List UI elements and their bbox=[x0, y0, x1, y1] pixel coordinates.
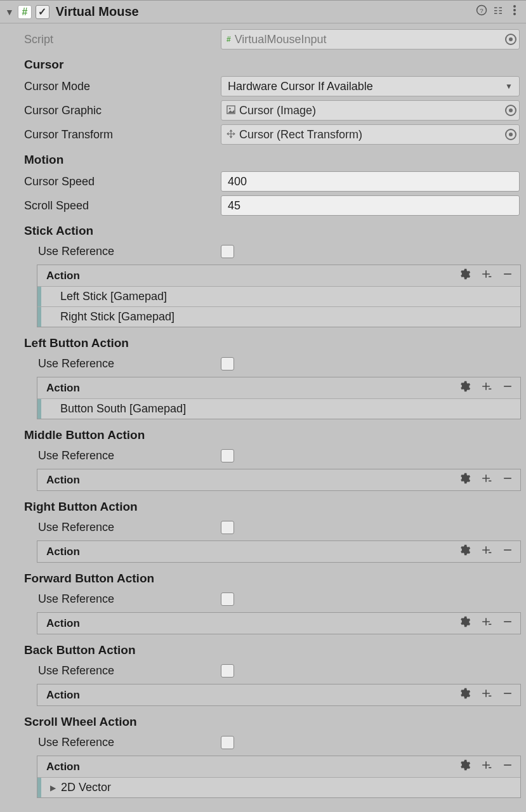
scrollWheel-binding-text-0: 2D Vector bbox=[56, 781, 111, 794]
gear-icon[interactable] bbox=[456, 544, 473, 560]
stick-binding-text-0: Left Stick [Gamepad] bbox=[41, 290, 167, 303]
expand-arrow-icon: ▶ bbox=[41, 783, 56, 792]
leftButton-use-reference-label: Use Reference bbox=[38, 357, 221, 370]
stick-action-label: Action bbox=[46, 270, 452, 282]
cursor-graphic-row: Cursor Graphic Cursor (Image) bbox=[0, 98, 526, 122]
add-icon[interactable] bbox=[477, 472, 495, 488]
add-icon[interactable] bbox=[477, 615, 495, 631]
middleButton-use-reference-row: Use Reference bbox=[0, 445, 526, 466]
add-icon[interactable] bbox=[477, 759, 495, 775]
cursor-graphic-label: Cursor Graphic bbox=[24, 104, 221, 117]
gear-icon[interactable] bbox=[456, 759, 473, 775]
remove-icon[interactable] bbox=[499, 268, 516, 284]
backButton-use-reference-label: Use Reference bbox=[38, 664, 221, 678]
leftButton-binding-row-0[interactable]: Button South [Gamepad] bbox=[37, 398, 520, 419]
backButton-action-header: Action bbox=[37, 684, 520, 705]
svg-rect-7 bbox=[504, 273, 511, 275]
scrollWheel-binding-list: ▶2D Vector bbox=[37, 777, 520, 797]
image-icon bbox=[227, 105, 235, 116]
scrollWheel-action-title: Scroll Wheel Action bbox=[0, 709, 526, 731]
gear-icon[interactable] bbox=[456, 268, 473, 284]
cursor-graphic-value: Cursor (Image) bbox=[239, 104, 501, 117]
cursor-mode-row: Cursor Mode Hardware Cursor If Available… bbox=[0, 74, 526, 98]
gear-icon[interactable] bbox=[456, 380, 473, 396]
cursor-transform-field[interactable]: Cursor (Rect Transform) bbox=[221, 124, 520, 145]
cursor-mode-label: Cursor Mode bbox=[24, 80, 221, 93]
cursor-speed-input[interactable]: 400 bbox=[221, 171, 520, 192]
stick-binding-row-1[interactable]: Right Stick [Gamepad] bbox=[37, 306, 520, 327]
stick-binding-text-1: Right Stick [Gamepad] bbox=[41, 310, 174, 324]
stick-action-block: ActionLeft Stick [Gamepad]Right Stick [G… bbox=[37, 265, 521, 327]
leftButton-action-label: Action bbox=[46, 382, 452, 395]
cursor-transform-picker-button[interactable] bbox=[505, 129, 516, 140]
help-icon[interactable]: ? bbox=[475, 4, 488, 19]
component-header: ▼ # ✓ Virtual Mouse ? bbox=[0, 1, 526, 23]
scrollWheel-use-reference-label: Use Reference bbox=[38, 736, 221, 749]
cursor-speed-label: Cursor Speed bbox=[24, 175, 221, 188]
remove-icon[interactable] bbox=[499, 544, 516, 560]
gear-icon[interactable] bbox=[456, 687, 473, 703]
leftButton-binding-text-0: Button South [Gamepad] bbox=[41, 402, 186, 416]
cursor-transform-value: Cursor (Rect Transform) bbox=[239, 128, 501, 141]
script-row: Script # VirtualMouseInput bbox=[0, 27, 526, 51]
presets-icon[interactable] bbox=[492, 4, 504, 19]
rightButton-action-label: Action bbox=[46, 546, 452, 558]
add-icon[interactable] bbox=[477, 268, 495, 284]
add-icon[interactable] bbox=[477, 380, 495, 396]
scroll-speed-value: 45 bbox=[228, 199, 240, 213]
backButton-use-reference-row: Use Reference bbox=[0, 660, 526, 681]
cursor-section-title: Cursor bbox=[0, 51, 526, 74]
remove-icon[interactable] bbox=[499, 615, 516, 631]
menu-icon[interactable] bbox=[508, 4, 521, 19]
backButton-action-title: Back Button Action bbox=[0, 637, 526, 660]
leftButton-use-reference-checkbox[interactable] bbox=[221, 357, 234, 370]
forwardButton-use-reference-row: Use Reference bbox=[0, 588, 526, 610]
script-icon: # bbox=[18, 5, 32, 19]
component-body: Script # VirtualMouseInput Cursor Cursor… bbox=[0, 23, 526, 807]
remove-icon[interactable] bbox=[499, 759, 516, 775]
svg-point-3 bbox=[513, 9, 516, 11]
leftButton-action-title: Left Button Action bbox=[0, 330, 526, 353]
script-value: VirtualMouseInput bbox=[235, 33, 501, 46]
component-enable-checkbox[interactable]: ✓ bbox=[36, 5, 49, 19]
middleButton-use-reference-checkbox[interactable] bbox=[221, 449, 234, 462]
svg-rect-11 bbox=[504, 621, 511, 622]
scroll-speed-input[interactable]: 45 bbox=[221, 195, 520, 216]
rightButton-use-reference-checkbox[interactable] bbox=[221, 521, 234, 534]
remove-icon[interactable] bbox=[499, 687, 516, 703]
leftButton-binding-list: Button South [Gamepad] bbox=[37, 398, 520, 419]
add-icon[interactable] bbox=[477, 687, 495, 703]
rightButton-use-reference-row: Use Reference bbox=[0, 516, 526, 538]
rightButton-action-block: Action bbox=[37, 540, 521, 563]
remove-icon[interactable] bbox=[499, 380, 516, 396]
leftButton-action-header: Action bbox=[37, 377, 520, 398]
svg-point-4 bbox=[513, 13, 516, 15]
stick-use-reference-checkbox[interactable] bbox=[221, 245, 234, 258]
forwardButton-action-title: Forward Button Action bbox=[0, 565, 526, 588]
scrollWheel-binding-row-0[interactable]: ▶2D Vector bbox=[37, 777, 520, 797]
cursor-mode-dropdown[interactable]: Hardware Cursor If Available ▼ bbox=[221, 76, 520, 96]
stick-binding-row-0[interactable]: Left Stick [Gamepad] bbox=[37, 286, 520, 306]
svg-rect-9 bbox=[504, 478, 511, 479]
scrollWheel-action-header: Action bbox=[37, 756, 520, 777]
add-icon[interactable] bbox=[477, 544, 495, 560]
cursor-graphic-picker-button[interactable] bbox=[505, 105, 516, 116]
middleButton-action-block: Action bbox=[37, 469, 521, 491]
svg-rect-12 bbox=[504, 693, 511, 694]
remove-icon[interactable] bbox=[499, 472, 516, 488]
foldout-toggle[interactable]: ▼ bbox=[5, 7, 14, 17]
forwardButton-action-label: Action bbox=[46, 617, 452, 630]
forwardButton-use-reference-checkbox[interactable] bbox=[221, 593, 234, 606]
middleButton-action-label: Action bbox=[46, 474, 452, 487]
middleButton-use-reference-label: Use Reference bbox=[38, 449, 221, 462]
stick-use-reference-label: Use Reference bbox=[38, 245, 221, 258]
gear-icon[interactable] bbox=[456, 615, 473, 631]
cursor-graphic-field[interactable]: Cursor (Image) bbox=[221, 100, 520, 121]
backButton-use-reference-checkbox[interactable] bbox=[221, 664, 234, 678]
scrollWheel-use-reference-checkbox[interactable] bbox=[221, 736, 234, 749]
script-picker-button[interactable] bbox=[505, 34, 516, 45]
cursor-speed-row: Cursor Speed 400 bbox=[0, 169, 526, 193]
gear-icon[interactable] bbox=[456, 472, 473, 488]
component-title: Virtual Mouse bbox=[56, 4, 471, 19]
scrollWheel-action-label: Action bbox=[46, 761, 452, 773]
